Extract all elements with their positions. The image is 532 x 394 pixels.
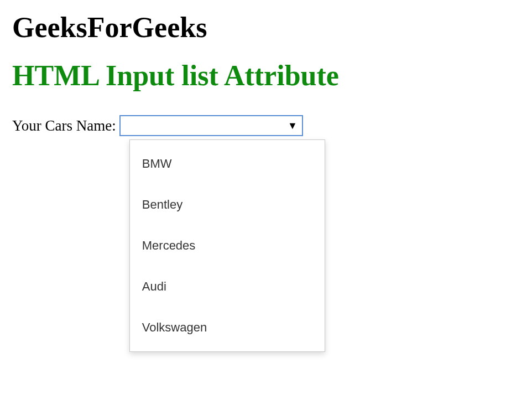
dropdown-option[interactable]: Audi bbox=[130, 266, 325, 307]
dropdown-option[interactable]: BMW bbox=[130, 143, 325, 184]
input-wrapper: ▼ BMW Bentley Mercedes Audi Volkswagen bbox=[119, 115, 303, 136]
site-title: GeeksForGeeks bbox=[12, 11, 520, 44]
dropdown-list: BMW Bentley Mercedes Audi Volkswagen bbox=[129, 139, 325, 352]
dropdown-option[interactable]: Bentley bbox=[130, 184, 325, 225]
cars-name-label: Your Cars Name: bbox=[12, 117, 116, 134]
cars-name-input[interactable] bbox=[119, 115, 303, 136]
dropdown-option[interactable]: Volkswagen bbox=[130, 307, 325, 348]
form-row: Your Cars Name: ▼ BMW Bentley Mercedes A… bbox=[12, 115, 520, 136]
page-title: HTML Input list Attribute bbox=[12, 59, 520, 92]
dropdown-option[interactable]: Mercedes bbox=[130, 225, 325, 266]
